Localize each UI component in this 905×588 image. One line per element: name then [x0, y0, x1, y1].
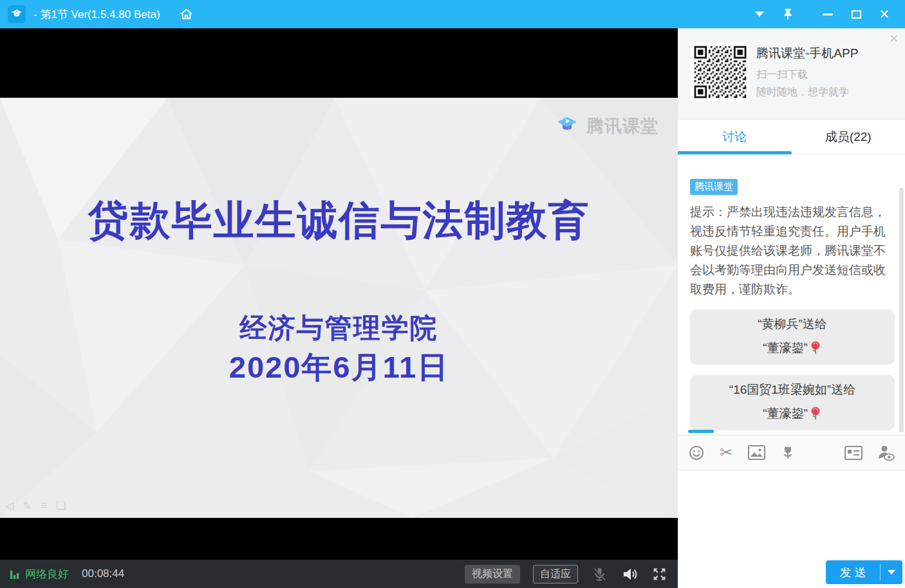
fullscreen-button[interactable] — [651, 566, 667, 582]
minimize-icon — [823, 14, 833, 15]
send-row: 发 送 — [678, 558, 905, 588]
video-settings-button[interactable]: 视频设置 — [465, 565, 520, 583]
privacy-person-button[interactable] — [877, 445, 895, 461]
watermark: 腾讯课堂 — [554, 113, 658, 139]
home-button[interactable] — [178, 6, 194, 23]
rose-icon — [809, 338, 822, 362]
network-status: 网络良好 — [10, 567, 69, 582]
qr-promo-panel: ✕ 腾 — [678, 28, 905, 120]
video-region: 腾讯课堂 贷款毕业生诚信与法制教育 经济与管理学院 2020年6月11日 ◁ ✎… — [0, 28, 678, 588]
speaker-button[interactable] — [621, 565, 639, 583]
rose-icon — [809, 404, 822, 428]
pin-button[interactable] — [774, 0, 802, 28]
screenshot-scissors-button[interactable]: ✂ — [720, 443, 733, 462]
sidebar: ✕ 腾 — [678, 28, 905, 588]
person-eye-icon — [877, 445, 895, 461]
video-controls-bar: 网络良好 00:08:44 视频设置 自适应 — [0, 560, 678, 588]
slide-annotation-tools: ◁ ✎ ≡ ❏ — [5, 499, 66, 513]
message-list: 腾讯课堂 提示：严禁出现违法违规发言信息，视违反情节轻重追究责任。用户手机账号仅… — [678, 154, 905, 435]
qr-promo-subtitle2: 随时随地，想学就学 — [756, 86, 858, 99]
menu-chevron-button[interactable] — [745, 0, 774, 28]
gift-message: “16国贸1班梁婉如”送给 “董濠鋆” — [690, 375, 895, 430]
slide-canvas: 腾讯课堂 贷款毕业生诚信与法制教育 经济与管理学院 2020年6月11日 ◁ ✎… — [0, 98, 678, 518]
send-options-button[interactable] — [881, 570, 902, 574]
elapsed-time: 00:08:44 — [82, 567, 124, 580]
qr-promo-subtitle1: 扫一扫下载 — [756, 68, 858, 82]
window-title: - 第1节 Ver(1.5.4.80 Beta) — [33, 7, 160, 22]
unread-indicator-bar — [688, 430, 714, 433]
slide-subtitle-department: 经济与管理学院 — [0, 310, 678, 346]
qr-code — [691, 42, 750, 102]
speaker-icon — [621, 565, 639, 583]
send-button[interactable]: 发 送 — [826, 560, 902, 584]
close-button[interactable]: ✕ — [870, 0, 899, 28]
slide-background-pattern — [0, 98, 678, 518]
sidebar-tabs: 讨论 成员(22) — [678, 120, 905, 154]
gift-sender-line: “16国贸1班梁婉如”送给 — [695, 378, 890, 401]
qr-close-button[interactable]: ✕ — [890, 32, 899, 46]
message-input[interactable] — [678, 472, 905, 558]
gift-recipient-line: “董濠鋆” — [695, 401, 890, 428]
flower-icon — [780, 445, 796, 461]
flower-gift-button[interactable] — [780, 445, 796, 461]
chat-toolbar: ✂ — [678, 435, 905, 470]
pointer-icon: ◁ — [5, 499, 14, 513]
comment-icon: ❏ — [56, 499, 66, 513]
minimize-button[interactable] — [814, 0, 842, 28]
chevron-down-icon — [755, 12, 764, 17]
tab-members[interactable]: 成员(22) — [792, 120, 905, 154]
menu-lines-icon: ≡ — [41, 499, 47, 513]
pen-icon: ✎ — [23, 499, 32, 513]
image-button[interactable] — [748, 445, 765, 460]
emoji-button[interactable] — [688, 445, 705, 461]
slide-title: 贷款毕业生诚信与法制教育 — [0, 193, 678, 248]
network-status-label: 网络良好 — [25, 567, 69, 582]
watermark-label: 腾讯课堂 — [586, 115, 658, 138]
tab-discussion[interactable]: 讨论 — [678, 120, 792, 154]
emoji-smiley-icon — [688, 445, 705, 461]
system-badge: 腾讯课堂 — [690, 179, 738, 195]
network-signal-icon — [10, 569, 21, 580]
maximize-icon — [852, 10, 861, 19]
app-logo-icon — [8, 5, 26, 23]
gift-message: “黄柳兵”送给 “董濠鋆” — [690, 309, 895, 365]
qr-promo-title: 腾讯课堂-手机APP — [756, 45, 858, 62]
slide-subtitle-date: 2020年6月11日 — [0, 347, 678, 388]
close-icon: ✕ — [879, 8, 890, 21]
gift-sender-line: “黄柳兵”送给 — [695, 312, 890, 336]
member-card-button[interactable] — [844, 446, 863, 460]
fit-mode-button[interactable]: 自适应 — [533, 565, 578, 583]
titlebar: - 第1节 Ver(1.5.4.80 Beta) ✕ — [0, 0, 905, 28]
member-card-icon — [844, 446, 863, 460]
gift-recipient-line: “董濠鋆” — [695, 336, 890, 362]
chat-scrollbar[interactable] — [899, 188, 904, 432]
image-icon — [748, 445, 765, 460]
send-options-caret-icon — [888, 570, 895, 574]
system-notice-text: 提示：严禁出现违法违规发言信息，视违反情节轻重追究责任。用户手机账号仅提供给该课… — [690, 203, 895, 299]
fullscreen-expand-icon — [651, 566, 667, 582]
maximize-button[interactable] — [842, 0, 870, 28]
microphone-muted-button[interactable] — [591, 565, 608, 583]
microphone-muted-icon — [591, 565, 608, 583]
pin-icon — [781, 7, 795, 21]
send-button-label: 发 送 — [826, 565, 880, 580]
tencent-classroom-logo-icon — [554, 113, 580, 139]
